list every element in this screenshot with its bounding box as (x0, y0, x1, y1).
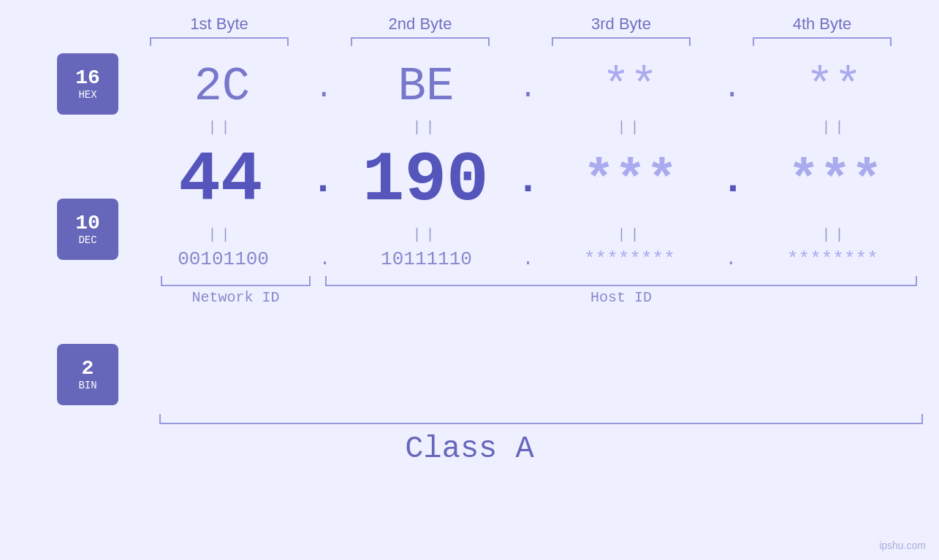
eq1-b4: || (762, 119, 908, 136)
bin-dot1: . (319, 248, 331, 270)
bin-badge-label: BIN (78, 380, 96, 391)
watermark: ipshu.com (879, 540, 926, 551)
dec-row: 44 . 190 . *** . *** (139, 141, 917, 220)
bracket-byte4 (753, 37, 892, 46)
badges-column: 16 HEX 10 DEC 2 BIN (37, 53, 139, 405)
hex-byte3: ** (557, 61, 703, 113)
dec-byte2: 190 (352, 141, 498, 220)
network-id-label: Network ID (161, 289, 311, 306)
bin-row: 00101100 . 10111110 . ******** . *******… (139, 248, 917, 270)
bin-badge: 2 BIN (57, 344, 118, 405)
hex-byte2: BE (353, 61, 499, 113)
dec-badge: 10 DEC (57, 199, 118, 260)
bottom-labels-row: Network ID Host ID (161, 289, 917, 306)
dec-dot1: . (311, 158, 335, 204)
hex-byte1: 2C (149, 61, 295, 113)
bin-byte3: ******** (556, 248, 702, 270)
host-id-bracket (325, 276, 917, 286)
byte1-label: 1st Byte (146, 15, 292, 34)
class-label: Class A (0, 431, 939, 467)
eq2-b3: || (558, 226, 704, 243)
hex-row: 2C . BE . ** . ** (139, 61, 917, 113)
hex-dot2: . (519, 72, 536, 105)
hex-badge-label: HEX (78, 89, 96, 101)
bin-byte4: ******** (759, 248, 905, 270)
bracket-byte2 (351, 37, 490, 46)
bracket-byte1 (150, 37, 289, 46)
dec-byte4: *** (762, 151, 908, 211)
hex-byte4: ** (761, 61, 907, 113)
host-id-label: Host ID (325, 289, 917, 306)
bin-byte1: 00101100 (151, 248, 297, 270)
hex-dot1: . (315, 72, 332, 105)
eq-row2: || || || || (139, 223, 917, 245)
dec-byte3: *** (558, 151, 704, 211)
dec-dot3: . (721, 158, 745, 204)
dec-dot2: . (516, 158, 540, 204)
byte3-label: 3rd Byte (548, 15, 694, 34)
dec-byte1: 44 (148, 141, 294, 220)
dec-badge-label: DEC (78, 234, 96, 246)
hex-dot3: . (723, 72, 741, 105)
eq1-b1: || (148, 119, 294, 136)
bin-dot2: . (522, 248, 534, 270)
byte-headers-row: 1st Byte 2nd Byte 3rd Byte 4th Byte (119, 15, 923, 34)
eq1-b3: || (558, 119, 704, 136)
hex-badge: 16 HEX (57, 53, 118, 115)
bottom-brackets-row (161, 276, 917, 286)
byte2-label: 2nd Byte (347, 15, 493, 34)
main-container: 1st Byte 2nd Byte 3rd Byte 4th Byte 16 H… (0, 0, 939, 560)
eq2-b1: || (148, 226, 294, 243)
bin-badge-number: 2 (82, 358, 94, 380)
byte4-label: 4th Byte (749, 15, 895, 34)
eq1-b2: || (353, 119, 499, 136)
network-id-bracket (161, 276, 311, 286)
header-brackets (119, 37, 923, 46)
dec-badge-number: 10 (75, 212, 100, 235)
values-section: 2C . BE . ** . ** || || (139, 53, 939, 306)
bracket-byte3 (552, 37, 691, 46)
eq2-b2: || (353, 226, 499, 243)
hex-badge-number: 16 (75, 67, 100, 90)
bin-dot3: . (726, 248, 737, 270)
eq-row1: || || || || (139, 116, 917, 138)
bin-byte2: 10111110 (354, 248, 500, 270)
class-bracket (159, 414, 923, 424)
eq2-b4: || (762, 226, 908, 243)
